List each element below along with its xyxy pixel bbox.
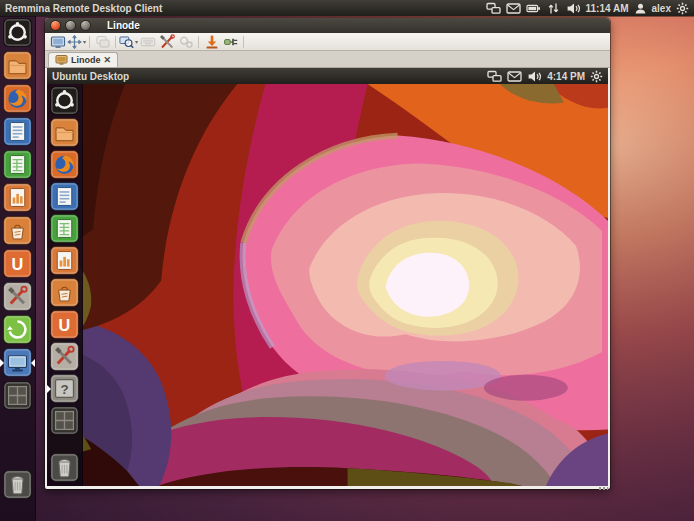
- gear-icon[interactable]: [676, 2, 689, 15]
- toolbar-separator: [115, 36, 116, 48]
- toolbar-separator: [198, 36, 199, 48]
- remote-clock[interactable]: 4:14 PM: [547, 71, 585, 82]
- remote-launcher-item-unknown-app[interactable]: ?: [50, 374, 79, 403]
- volume-icon[interactable]: [566, 2, 581, 15]
- remmina-window: Linode ▾▾ Linode ✕: [45, 18, 610, 489]
- svg-text:U: U: [59, 316, 71, 334]
- screen: Remmina Remote Desktop Client 11:14 AM a…: [0, 0, 694, 521]
- connection-tabbar: Linode ✕: [45, 51, 610, 68]
- remote-launcher-item-software-center[interactable]: [50, 278, 79, 307]
- close-button[interactable]: [50, 20, 61, 31]
- remote-launcher-item-dash-home[interactable]: [50, 86, 79, 115]
- battery-icon[interactable]: [526, 2, 541, 15]
- remote-top-panel: Ubuntu Desktop 4:14 PM: [47, 68, 608, 84]
- tab-close-icon[interactable]: ✕: [104, 55, 112, 65]
- app-title-menu[interactable]: Remmina Remote Desktop Client: [5, 3, 162, 14]
- toolbar-separator: [89, 36, 90, 48]
- toolbar-separator: [243, 36, 244, 48]
- remote-launcher-item-libreoffice-writer[interactable]: [50, 182, 79, 211]
- mail-icon[interactable]: [506, 2, 521, 15]
- fullscreen-button[interactable]: [48, 34, 67, 49]
- launcher-item-system-settings[interactable]: [3, 282, 32, 311]
- top-panel: Remmina Remote Desktop Client 11:14 AM a…: [0, 0, 694, 16]
- remote-mail-icon[interactable]: [507, 70, 522, 83]
- network-icon[interactable]: [486, 2, 501, 15]
- minimize-button[interactable]: [65, 20, 76, 31]
- remote-panel-title[interactable]: Ubuntu Desktop: [52, 71, 129, 82]
- remote-launcher-item-trash[interactable]: [50, 453, 79, 482]
- remote-launcher-item-firefox[interactable]: [50, 150, 79, 179]
- launcher-item-ubuntu-one[interactable]: U: [3, 249, 32, 278]
- remote-launcher-item-libreoffice-impress[interactable]: [50, 246, 79, 275]
- launcher-item-workspace-switcher[interactable]: [3, 381, 32, 410]
- focused-indicator-icon: [31, 359, 35, 367]
- svg-text:?: ?: [60, 382, 68, 397]
- connection-icon: [55, 54, 68, 67]
- remote-launcher-item-system-settings[interactable]: [50, 342, 79, 371]
- running-indicator-icon: [47, 385, 51, 393]
- remote-network-icon[interactable]: [487, 70, 502, 83]
- launcher-item-libreoffice-calc[interactable]: [3, 150, 32, 179]
- keyboard-grab-button: [138, 34, 157, 49]
- running-indicator-icon: [0, 359, 4, 367]
- remote-indicator-area: 4:14 PM: [487, 70, 608, 83]
- resize-grip[interactable]: [599, 487, 608, 490]
- launcher-item-remmina[interactable]: [3, 348, 32, 377]
- remote-launcher-item-libreoffice-calc[interactable]: [50, 214, 79, 243]
- launcher-item-libreoffice-writer[interactable]: [3, 117, 32, 146]
- launcher-item-trash[interactable]: [3, 470, 32, 499]
- remote-gear-icon[interactable]: [590, 70, 603, 83]
- indicator-area: 11:14 AM alex: [486, 2, 694, 15]
- unity-launcher: U: [0, 16, 36, 521]
- screenshot-button[interactable]: [202, 34, 221, 49]
- dropdown-caret-icon[interactable]: ▾: [83, 38, 86, 45]
- launcher-item-dash-home[interactable]: [3, 18, 32, 47]
- remote-desktop-view[interactable]: Ubuntu Desktop 4:14 PM U?: [47, 68, 608, 486]
- remote-launcher-item-workspace-switcher[interactable]: [50, 406, 79, 435]
- duplicate-connection-button: [93, 34, 112, 49]
- connection-tools-button[interactable]: [157, 34, 176, 49]
- remote-launcher-item-ubuntu-one[interactable]: U: [50, 310, 79, 339]
- remote-wallpaper: [47, 84, 608, 486]
- disconnect-button[interactable]: [221, 34, 240, 49]
- zoom-button[interactable]: ▾: [119, 34, 138, 49]
- username[interactable]: alex: [652, 3, 671, 14]
- user-icon[interactable]: [634, 2, 647, 15]
- tab-linode[interactable]: Linode ✕: [48, 52, 118, 67]
- refresh-button: [176, 34, 195, 49]
- scaled-mode-button[interactable]: ▾: [67, 34, 86, 49]
- clock[interactable]: 11:14 AM: [586, 3, 629, 14]
- remote-unity-launcher: U?: [47, 84, 83, 486]
- launcher-item-firefox[interactable]: [3, 84, 32, 113]
- sync-arrows-icon[interactable]: [546, 2, 561, 15]
- remote-launcher-item-home-folder[interactable]: [50, 118, 79, 147]
- launcher-item-libreoffice-impress[interactable]: [3, 183, 32, 212]
- launcher-item-software-center[interactable]: [3, 216, 32, 245]
- tab-label: Linode: [71, 55, 101, 65]
- remote-volume-icon[interactable]: [527, 70, 542, 83]
- launcher-item-software-updater[interactable]: [3, 315, 32, 344]
- maximize-button[interactable]: [80, 20, 91, 31]
- launcher-item-home-folder[interactable]: [3, 51, 32, 80]
- window-title: Linode: [107, 20, 140, 31]
- svg-text:U: U: [12, 255, 24, 273]
- remmina-toolbar: ▾▾: [45, 33, 610, 51]
- window-titlebar[interactable]: Linode: [45, 18, 610, 33]
